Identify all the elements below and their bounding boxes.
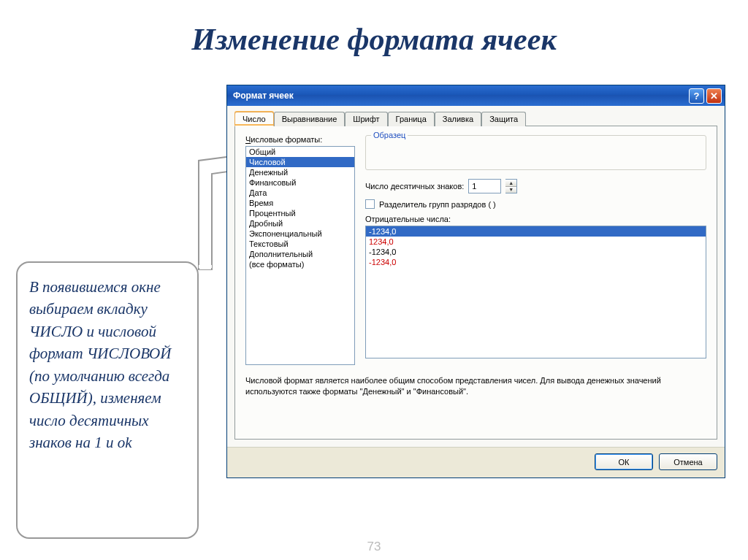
tab-protection[interactable]: Защита [481, 112, 526, 126]
format-description: Числовой формат является наиболее общим … [245, 375, 706, 398]
spinner-up-icon[interactable]: ▲ [505, 180, 516, 187]
list-item[interactable]: 1234,0 [366, 237, 706, 247]
tab-number[interactable]: Число [234, 112, 274, 126]
ok-button[interactable]: ОК [595, 453, 653, 470]
list-item[interactable]: Общий [246, 147, 354, 157]
dialog-title: Формат ячеек [233, 91, 689, 101]
tab-fill[interactable]: Заливка [435, 112, 481, 126]
tab-strip: Число Выравнивание Шрифт Граница Заливка… [234, 112, 717, 126]
format-cells-dialog: Формат ячеек ? ✕ Число Выравнивание Шриф… [226, 85, 725, 478]
list-item[interactable]: Время [246, 198, 354, 208]
sample-group: Образец [365, 135, 706, 170]
list-item[interactable]: Числовой [246, 157, 354, 167]
list-item[interactable]: Процентный [246, 208, 354, 218]
decimal-spinner[interactable]: ▲ ▼ [505, 179, 517, 193]
cancel-button[interactable]: Отмена [659, 453, 717, 470]
dialog-body: Число Выравнивание Шрифт Граница Заливка… [227, 106, 725, 447]
list-item[interactable]: -1234,0 [366, 247, 706, 257]
list-item[interactable]: -1234,0 [366, 257, 706, 267]
negative-numbers-label: Отрицательные числа: [365, 215, 451, 223]
list-item[interactable]: Финансовый [246, 177, 354, 188]
dialog-footer: ОК Отмена [227, 447, 725, 477]
list-item[interactable]: Дополнительный [246, 249, 354, 259]
list-item[interactable]: Дробный [246, 218, 354, 229]
slide-title: Изменение формата ячеек [0, 0, 748, 72]
decimal-places-label: Число десятичных знаков: [365, 182, 464, 191]
spinner-down-icon[interactable]: ▼ [505, 187, 516, 193]
tab-font[interactable]: Шрифт [345, 112, 387, 126]
negative-numbers-list[interactable]: -1234,0 1234,0 -1234,0 -1234,0 [365, 226, 706, 358]
thousands-separator-checkbox[interactable] [365, 199, 375, 209]
decimal-places-input[interactable] [468, 179, 501, 193]
callout-text: В появившемся окне выбираем вкладку ЧИСЛ… [29, 276, 186, 454]
list-item[interactable]: Денежный [246, 167, 354, 177]
format-list[interactable]: Общий Числовой Денежный Финансовый Дата … [245, 146, 355, 365]
close-icon[interactable]: ✕ [706, 88, 722, 104]
help-icon[interactable]: ? [689, 88, 704, 104]
tab-panel-number: Числовые форматы: Общий Числовой Денежны… [234, 126, 717, 440]
page-number: 73 [367, 540, 381, 554]
tab-border[interactable]: Граница [388, 112, 435, 126]
tab-alignment[interactable]: Выравнивание [274, 112, 346, 126]
thousands-separator-label: Разделитель групп разрядов ( ) [379, 200, 496, 209]
list-item[interactable]: Экспоненциальный [246, 229, 354, 239]
list-item[interactable]: -1234,0 [366, 226, 706, 237]
formats-label: Числовые форматы: [245, 135, 355, 144]
list-item[interactable]: Дата [246, 188, 354, 198]
list-item[interactable]: (все форматы) [246, 259, 354, 269]
callout-box: В появившемся окне выбираем вкладку ЧИСЛ… [16, 261, 199, 539]
titlebar[interactable]: Формат ячеек ? ✕ [227, 85, 725, 106]
list-item[interactable]: Текстовый [246, 239, 354, 249]
sample-label: Образец [371, 131, 408, 139]
